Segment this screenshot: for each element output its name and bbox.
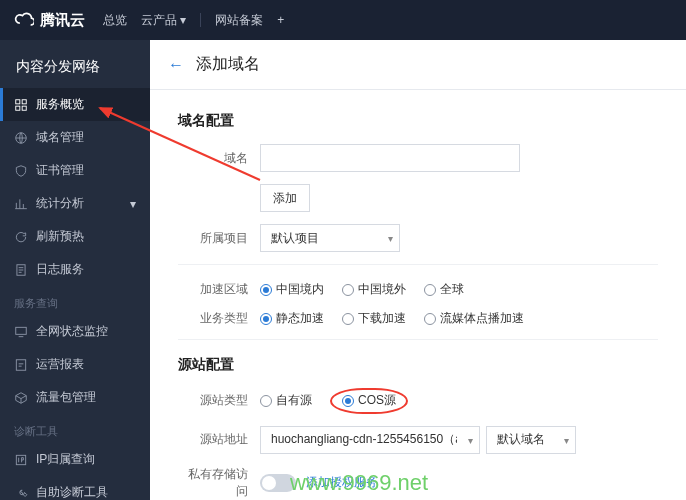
- sidebar: 内容分发网络 服务概览 域名管理 证书管理 统计分析 ▾ 刷新预热 日志服务 服…: [0, 40, 150, 500]
- chart-icon: [14, 197, 28, 211]
- sidebar-item-label: 全网状态监控: [36, 323, 108, 340]
- radio-biz-download[interactable]: 下载加速: [342, 310, 406, 327]
- radio-biz-stream[interactable]: 流媒体点播加速: [424, 310, 524, 327]
- origin-addr-label: 源站地址: [178, 431, 248, 448]
- sidebar-item-label: 运营报表: [36, 356, 84, 373]
- add-button[interactable]: 添加: [260, 184, 310, 212]
- sidebar-item-report[interactable]: 运营报表: [0, 348, 150, 381]
- sidebar-item-cert[interactable]: 证书管理: [0, 154, 150, 187]
- page-header: ← 添加域名: [150, 40, 686, 90]
- sidebar-item-label: 自助诊断工具: [36, 484, 108, 500]
- radio-region-cn[interactable]: 中国境内: [260, 281, 324, 298]
- sidebar-item-diagnose[interactable]: 自助诊断工具: [0, 476, 150, 500]
- radio-region-global[interactable]: 全球: [424, 281, 464, 298]
- sidebar-item-label: 证书管理: [36, 162, 84, 179]
- sidebar-group: 服务查询: [0, 286, 150, 315]
- package-icon: [14, 391, 28, 405]
- radio-region-oversea[interactable]: 中国境外: [342, 281, 406, 298]
- wrench-icon: [14, 486, 28, 500]
- top-bar: 腾讯云 总览 云产品 ▾ 网站备案 +: [0, 0, 686, 40]
- project-select[interactable]: 默认项目 ▾: [260, 224, 400, 252]
- radio-biz-static[interactable]: 静态加速: [260, 310, 324, 327]
- ip-icon: [14, 453, 28, 467]
- sidebar-item-label: 服务概览: [36, 96, 84, 113]
- chevron-down-icon: ▾: [388, 233, 393, 244]
- domain-label: 域名: [178, 150, 248, 167]
- svg-rect-8: [16, 455, 25, 464]
- svg-rect-1: [22, 99, 26, 103]
- chevron-down-icon: ▾: [468, 434, 473, 445]
- private-label: 私有存储访问: [178, 466, 248, 500]
- brand-logo[interactable]: 腾讯云: [14, 9, 85, 32]
- brand-text: 腾讯云: [40, 11, 85, 30]
- sidebar-title: 内容分发网络: [0, 50, 150, 88]
- sidebar-item-label: 日志服务: [36, 261, 84, 278]
- sidebar-item-label: 刷新预热: [36, 228, 84, 245]
- radio-origin-own[interactable]: 自有源: [260, 392, 312, 409]
- globe-icon: [14, 131, 28, 145]
- sidebar-item-refresh[interactable]: 刷新预热: [0, 220, 150, 253]
- content: 域名配置 域名 添加 所属项目 默认项目 ▾ 加速区域 中国境内: [150, 90, 686, 500]
- top-nav: 总览 云产品 ▾ 网站备案 +: [103, 12, 284, 29]
- origin-type-label: 源站类型: [178, 392, 248, 409]
- sidebar-item-domain[interactable]: 域名管理: [0, 121, 150, 154]
- region-label: 加速区域: [178, 281, 248, 298]
- svg-rect-2: [16, 106, 20, 110]
- auth-link[interactable]: 添加授权服务: [306, 474, 378, 491]
- separator: [178, 339, 658, 340]
- refresh-icon: [14, 230, 28, 244]
- nav-products[interactable]: 云产品 ▾: [141, 12, 186, 29]
- nav-overview[interactable]: 总览: [103, 12, 127, 29]
- origin-addr-type-select[interactable]: 默认域名 ▾: [486, 426, 576, 454]
- nav-beian[interactable]: 网站备案: [215, 12, 263, 29]
- sidebar-item-ipquery[interactable]: IP归属查询: [0, 443, 150, 476]
- private-toggle[interactable]: [260, 474, 296, 492]
- sidebar-item-overview[interactable]: 服务概览: [0, 88, 150, 121]
- monitor-icon: [14, 325, 28, 339]
- divider: [200, 13, 201, 27]
- biz-label: 业务类型: [178, 310, 248, 327]
- separator: [178, 264, 658, 265]
- section-domain-config: 域名配置: [178, 112, 658, 130]
- sidebar-item-label: 流量包管理: [36, 389, 96, 406]
- report-icon: [14, 358, 28, 372]
- domain-input[interactable]: [260, 144, 520, 172]
- chevron-down-icon: ▾: [130, 197, 136, 211]
- section-origin-config: 源站配置: [178, 356, 658, 374]
- sidebar-group: 诊断工具: [0, 414, 150, 443]
- radio-origin-cos[interactable]: COS源: [342, 392, 396, 409]
- grid-icon: [14, 98, 28, 112]
- page-title: 添加域名: [196, 54, 260, 75]
- cos-annotation: COS源: [330, 388, 408, 414]
- svg-rect-6: [16, 327, 27, 334]
- chevron-down-icon: ▾: [564, 434, 569, 445]
- sidebar-item-log[interactable]: 日志服务: [0, 253, 150, 286]
- shield-icon: [14, 164, 28, 178]
- back-button[interactable]: ←: [168, 56, 184, 74]
- project-label: 所属项目: [178, 230, 248, 247]
- svg-rect-0: [16, 99, 20, 103]
- main: ← 添加域名 域名配置 域名 添加 所属项目 默认项目 ▾: [150, 40, 686, 500]
- file-icon: [14, 263, 28, 277]
- origin-addr-select[interactable]: huochangliang-cdn-1255456150（ap-gu ▾: [260, 426, 480, 454]
- sidebar-item-stats[interactable]: 统计分析 ▾: [0, 187, 150, 220]
- nav-plus-icon[interactable]: +: [277, 13, 284, 27]
- svg-rect-7: [16, 359, 25, 370]
- sidebar-item-label: IP归属查询: [36, 451, 95, 468]
- svg-rect-3: [22, 106, 26, 110]
- chevron-down-icon: ▾: [180, 13, 186, 27]
- sidebar-item-monitor[interactable]: 全网状态监控: [0, 315, 150, 348]
- sidebar-item-label: 域名管理: [36, 129, 84, 146]
- sidebar-item-label: 统计分析: [36, 195, 84, 212]
- sidebar-item-package[interactable]: 流量包管理: [0, 381, 150, 414]
- cloud-icon: [14, 9, 34, 32]
